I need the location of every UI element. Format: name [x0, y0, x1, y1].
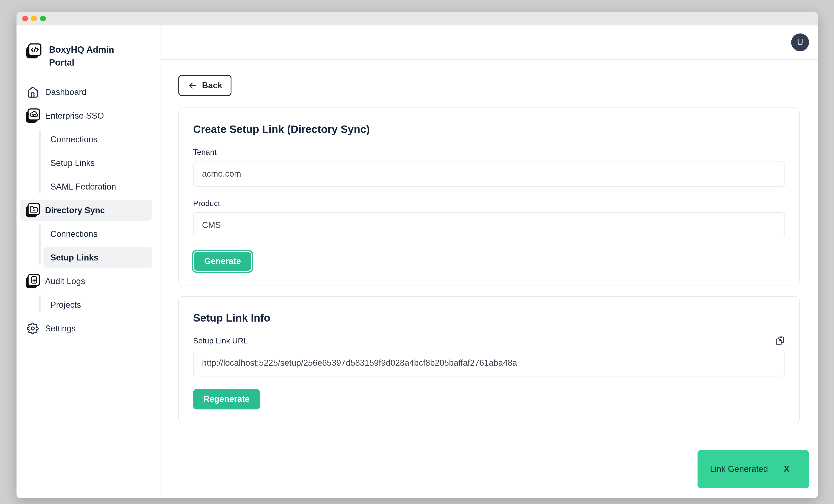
enterprise-sso-subgroup: Connections Setup Links SAML Federation — [20, 129, 152, 197]
regenerate-button[interactable]: Regenerate — [193, 389, 260, 410]
sidebar-item-label: Enterprise SSO — [45, 111, 104, 120]
product-input[interactable] — [193, 212, 785, 238]
info-card-title: Setup Link Info — [193, 312, 785, 324]
setup-link-info-card: Setup Link Info Setup Link URL — [178, 296, 800, 423]
product-label: Product — [193, 199, 785, 208]
create-card-title: Create Setup Link (Directory Sync) — [193, 123, 785, 136]
audit-logs-subgroup: Projects — [20, 294, 152, 315]
sidebar-item-sso-connections[interactable]: Connections — [43, 129, 152, 150]
top-header: U — [161, 25, 818, 60]
toast-notification: Link Generated X — [698, 450, 809, 488]
sidebar-item-label: Dashboard — [45, 87, 87, 97]
toast-message: Link Generated — [698, 464, 768, 474]
copy-icon — [775, 336, 785, 346]
page-content: Back Create Setup Link (Directory Sync) … — [161, 60, 818, 423]
avatar[interactable]: U — [791, 34, 809, 51]
back-button-label: Back — [202, 81, 222, 90]
sidebar-item-directory-sync[interactable]: Directory Sync — [20, 200, 152, 221]
generate-button[interactable]: Generate — [193, 251, 252, 271]
sidebar-item-audit-logs[interactable]: Audit Logs — [20, 271, 152, 292]
tenant-label: Tenant — [193, 148, 785, 157]
home-icon — [24, 84, 41, 101]
app-title: BoxyHQ Admin Portal — [49, 42, 114, 69]
directory-sync-subgroup: Connections Setup Links — [20, 223, 152, 268]
sidebar-item-dsync-connections[interactable]: Connections — [43, 223, 152, 244]
window-titlebar — [17, 12, 818, 25]
close-window-button[interactable] — [22, 15, 28, 21]
sidebar-nav: Dashboard Enterprise SSO — [20, 82, 152, 339]
avatar-letter: U — [797, 38, 803, 47]
sidebar-item-dashboard[interactable]: Dashboard — [20, 82, 152, 103]
sidebar-item-dsync-setup-links[interactable]: Setup Links — [43, 247, 152, 268]
zoom-window-button[interactable] — [40, 15, 46, 21]
sidebar-item-settings[interactable]: Settings — [20, 318, 152, 339]
sidebar-item-label: Settings — [45, 324, 75, 333]
sidebar: BoxyHQ Admin Portal Dashboard — [17, 25, 161, 498]
folder-sync-icon — [24, 202, 41, 219]
minimize-window-button[interactable] — [31, 15, 37, 21]
create-setup-link-card: Create Setup Link (Directory Sync) Tenan… — [178, 108, 800, 285]
back-arrow-icon — [188, 81, 198, 90]
clipboard-list-icon — [24, 273, 41, 290]
app-window: BoxyHQ Admin Portal Dashboard — [17, 12, 818, 498]
setup-link-url-input[interactable] — [193, 350, 785, 376]
desktop-background: BoxyHQ Admin Portal Dashboard — [0, 0, 834, 504]
sidebar-item-saml-federation[interactable]: SAML Federation — [43, 176, 152, 197]
copy-to-clipboard-button[interactable] — [775, 336, 785, 346]
gear-icon — [24, 320, 41, 337]
tenant-input[interactable] — [193, 161, 785, 187]
boxyhq-logo-icon — [24, 42, 42, 60]
back-button[interactable]: Back — [178, 75, 232, 96]
sidebar-item-enterprise-sso[interactable]: Enterprise SSO — [20, 105, 152, 126]
brand: BoxyHQ Admin Portal — [20, 42, 152, 69]
sso-cloud-key-icon — [24, 107, 41, 124]
sidebar-item-sso-setup-links[interactable]: Setup Links — [43, 153, 152, 174]
sidebar-item-projects[interactable]: Projects — [43, 294, 152, 315]
sidebar-item-label: Directory Sync — [45, 205, 105, 215]
main-area: U Back Create Setup Link (Di — [161, 25, 818, 498]
toast-close-button[interactable]: X — [784, 464, 789, 474]
sidebar-item-label: Audit Logs — [45, 276, 85, 286]
setup-link-url-label: Setup Link URL — [193, 336, 248, 346]
